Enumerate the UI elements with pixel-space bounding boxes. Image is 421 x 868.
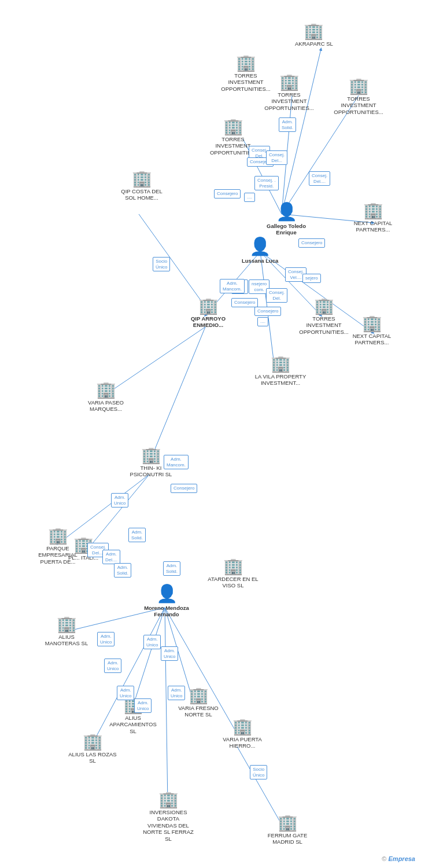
- node-alius-las-rozas[interactable]: 🏢 ALIUS LAS ROZAS SL: [67, 734, 119, 764]
- building-icon: 🏢: [132, 171, 152, 187]
- node-ferrum-gate[interactable]: 🏢 FERRUM GATE MADRID SL: [261, 815, 313, 845]
- building-icon: 🏢: [232, 719, 253, 735]
- person-label: Gallego Toledo Enrique: [263, 223, 309, 236]
- badge-consej-del-4[interactable]: Consej.Del.: [266, 288, 287, 303]
- node-label: INVERSIONES DAKOTA VIVIENDAS DEL NORTE S…: [142, 809, 194, 842]
- node-la-vila[interactable]: 🏢 LA VILA PROPERTY INVESTMENT...: [254, 356, 306, 387]
- badge-adm-unico-5[interactable]: Adm.Unico: [143, 635, 161, 649]
- badge-adm-solid-3[interactable]: Adm.Solid.: [163, 561, 180, 576]
- building-icon: 🏢: [83, 734, 103, 750]
- building-icon: 🏢: [48, 528, 68, 544]
- node-torres3[interactable]: 🏢 TORRES INVESTMENT OPPORTUNITIES...: [333, 78, 385, 115]
- person-icon: 👤: [156, 583, 178, 604]
- building-icon: 🏢: [236, 55, 256, 71]
- node-alius-manoteras[interactable]: 🏢 ALIUS MANOTERAS SL: [40, 616, 93, 647]
- person-icon: 👤: [276, 201, 297, 222]
- badge-consejero-6[interactable]: Consejero: [171, 484, 197, 493]
- node-label: NEXT CAPITAL PARTNERS...: [347, 220, 399, 233]
- node-next-capital-top[interactable]: 🏢 NEXT CAPITAL PARTNERS...: [347, 203, 399, 233]
- badge-adm-solid-2[interactable]: Adm.Solid.: [114, 563, 131, 578]
- badge-adm-unico-7[interactable]: Adm.Unico: [168, 686, 185, 700]
- building-icon: 🏢: [279, 74, 300, 90]
- building-icon-orange: 🏢: [198, 298, 219, 314]
- badge-adm-solid-top[interactable]: Adm.Solid.: [279, 117, 296, 132]
- badge-dots-2[interactable]: ....: [257, 317, 268, 326]
- badge-adm-mancom-1[interactable]: Adm.Mancom.: [164, 455, 189, 469]
- node-label: NEXT CAPITAL PARTNERS...: [346, 333, 398, 346]
- building-icon: 🏢: [349, 78, 369, 94]
- svg-line-15: [133, 608, 165, 706]
- node-qip-arroyo[interactable]: 🏢 QIP ARROYO ENMEDIO...: [182, 298, 234, 329]
- node-label: ATARDECER EN EL VISO SL: [207, 576, 259, 589]
- building-icon: 🏢: [141, 447, 161, 464]
- badge-consej-del-2[interactable]: Consej.Del...: [266, 150, 287, 165]
- node-qip-costa[interactable]: 🏢 QIP COSTA DEL SOL HOME...: [116, 171, 168, 201]
- building-icon: 🏢: [271, 356, 291, 372]
- badge-consej-del-3[interactable]: Consej.Del....: [309, 171, 330, 186]
- badge-adm-unico-8[interactable]: Adm.Unico: [134, 698, 152, 713]
- node-label: QIP ARROYO ENMEDIO...: [182, 315, 234, 329]
- badge-consejero-4[interactable]: Consejero: [231, 298, 258, 307]
- building-icon: 🏢: [189, 687, 209, 704]
- node-label: TORRES INVESTMENT OPPORTUNITIES...: [333, 95, 385, 115]
- node-label: TORRES INVESTMENT OPPORTUNITIES...: [263, 91, 315, 111]
- person-label: Lussana Luca: [242, 258, 278, 264]
- node-label: AKRAPARC SL: [295, 41, 333, 47]
- building-icon: 🏢: [314, 298, 334, 314]
- node-akraparc[interactable]: 🏢 AKRAPARC SL: [295, 23, 333, 47]
- building-icon: 🏢: [362, 315, 382, 332]
- badge-adm-manco[interactable]: Adm.Mancom.: [220, 279, 245, 293]
- building-icon: 🏢: [223, 558, 243, 575]
- node-label: ALIUS APARCAMIENTOS SL: [107, 715, 159, 734]
- building-icon: 🏢: [223, 119, 243, 135]
- badge-consejero-2[interactable]: Consejero: [214, 189, 241, 198]
- node-label: VARIA FRESNO NORTE SL: [172, 705, 224, 718]
- building-icon: 🏢: [363, 203, 383, 219]
- node-inversiones-dakota[interactable]: 🏢 INVERSIONES DAKOTA VIVIENDAS DEL NORTE…: [142, 792, 194, 842]
- badge-adm-unico-4[interactable]: Adm.Unico: [117, 686, 134, 700]
- badge-sejero[interactable]: sejero: [302, 274, 321, 283]
- badge-socio-unico-1[interactable]: SocioÚnico: [153, 257, 170, 271]
- building-icon: 🏢: [304, 23, 324, 39]
- svg-line-19: [165, 608, 168, 804]
- watermark-brand: Empresa: [389, 855, 415, 862]
- badge-adm-solid-1[interactable]: Adm.Solid.: [128, 528, 146, 542]
- node-label: VARIA PUERTA HIERRO...: [216, 736, 268, 749]
- node-torres2[interactable]: 🏢 TORRES INVESTMENT OPPORTUNITIES...: [263, 74, 315, 111]
- node-torres-inv-mid[interactable]: 🏢 TORRES INVESTMENT OPPORTUNITIES...: [298, 298, 350, 335]
- node-label: VARIA PASEO MARQUES...: [80, 399, 132, 413]
- svg-line-10: [149, 327, 205, 463]
- node-label: LA VILA PROPERTY INVESTMENT...: [254, 373, 306, 387]
- badge-adm-unico-1[interactable]: Adm.Unico: [111, 493, 128, 507]
- badge-dots-1[interactable]: ....: [244, 193, 255, 202]
- node-varia-paseo[interactable]: 🏢 VARIA PASEO MARQUES...: [80, 382, 132, 413]
- watermark: © Empresa: [382, 855, 415, 862]
- node-moreno[interactable]: 👤 Moreno Mendoza Fernando: [143, 583, 190, 618]
- building-icon: 🏢: [158, 792, 179, 808]
- building-icon: 🏢: [278, 815, 298, 831]
- node-label: ALIUS MANOTERAS SL: [40, 634, 93, 647]
- node-gallego[interactable]: 👤 Gallego Toledo Enrique: [263, 201, 309, 236]
- person-icon: 👤: [249, 236, 271, 256]
- badge-adm-unico-3[interactable]: Adm.Unico: [104, 659, 121, 673]
- svg-line-11: [139, 214, 205, 307]
- node-atardecer[interactable]: 🏢 ATARDECER EN EL VISO SL: [207, 558, 259, 589]
- person-label: Moreno Mendoza Fernando: [143, 605, 190, 618]
- graph-canvas: 🏢 AKRAPARC SL 🏢 TORRES INVESTMENT OPPORT…: [0, 0, 421, 868]
- node-label: QIP COSTA DEL SOL HOME...: [116, 188, 168, 201]
- node-varia-puerta[interactable]: 🏢 VARIA PUERTA HIERRO...: [216, 719, 268, 749]
- node-label: TORRES INVESTMENT OPPORTUNITIES...: [298, 315, 350, 335]
- badge-adm-unico-2[interactable]: Adm.Unico: [97, 632, 115, 646]
- badge-adm-unico-6[interactable]: Adm.Unico: [161, 646, 178, 661]
- building-icon: 🏢: [96, 382, 116, 398]
- badge-socio-unico-2[interactable]: SocioÚnico: [250, 765, 267, 779]
- badge-adm-del[interactable]: Adm.Del....: [102, 550, 120, 564]
- node-label: ALIUS LAS ROZAS SL: [67, 751, 119, 764]
- node-next-capital-mid[interactable]: 🏢 NEXT CAPITAL PARTNERS...: [346, 315, 398, 346]
- badge-consejero-5[interactable]: Consejero: [254, 307, 281, 316]
- badge-consejero-3[interactable]: Consejero: [298, 238, 325, 248]
- node-lussana[interactable]: 👤 Lussana Luca: [242, 236, 278, 264]
- badge-consej-presid[interactable]: Consej. .Presid.: [254, 176, 279, 190]
- node-label: FERRUM GATE MADRID SL: [261, 832, 313, 845]
- building-icon: 🏢: [57, 616, 77, 632]
